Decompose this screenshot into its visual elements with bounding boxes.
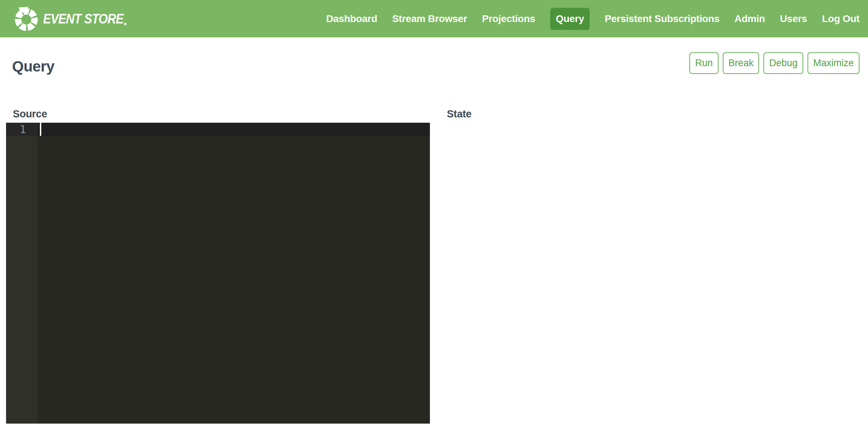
break-button[interactable]: Break [723,52,759,74]
nav-item-persistent-subscriptions[interactable]: Persistent Subscriptions [605,8,720,30]
nav-item-query[interactable]: Query [550,8,590,30]
nav-menu: Dashboard Stream Browser Projections Que… [326,8,859,30]
logo-text: EVENT STORE [43,6,123,31]
nav-item-admin[interactable]: Admin [735,8,765,30]
nav-item-log-out[interactable]: Log Out [822,8,859,30]
state-panel: State [434,108,868,424]
event-store-ring-icon [12,6,40,31]
nav-item-projections[interactable]: Projections [482,8,535,30]
top-navbar: EVENT STORE Dashboard Stream Browser Pro… [0,0,868,37]
source-label: Source [13,108,430,120]
editor-content[interactable] [38,123,430,424]
query-toolbar: Run Break Debug Maximize [689,52,859,74]
gutter-active-line: 1 [6,123,38,136]
page-title: Query [12,59,54,74]
debug-button[interactable]: Debug [763,52,803,74]
logo-trademark-dot [124,23,126,25]
text-cursor [40,123,41,136]
editor-gutter[interactable]: 1 [6,123,38,424]
state-label: State [447,108,860,120]
nav-item-stream-browser[interactable]: Stream Browser [392,8,467,30]
run-button[interactable]: Run [689,52,719,74]
event-store-logo[interactable]: EVENT STORE [12,6,138,31]
page-header: Query Run Break Debug Maximize [0,52,868,74]
editor-active-line-highlight [38,123,430,136]
nav-item-dashboard[interactable]: Dashboard [326,8,377,30]
source-code-editor[interactable]: 1 [6,123,430,424]
source-panel: Source 1 [0,108,434,424]
line-number: 1 [20,123,26,136]
maximize-button[interactable]: Maximize [807,52,859,74]
panels-row: Source 1 State [0,108,868,424]
nav-item-users[interactable]: Users [780,8,807,30]
